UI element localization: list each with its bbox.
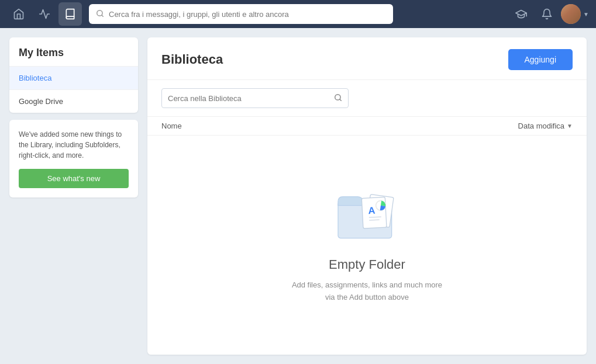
sort-chevron-icon: ▼ — [567, 123, 573, 129]
table-header: Nome Data modifica ▼ — [147, 117, 587, 136]
avatar-image — [561, 4, 581, 24]
library-search-icon[interactable] — [334, 93, 342, 103]
main-layout: My Items Biblioteca Google Drive We've a… — [0, 28, 596, 364]
library-button[interactable] — [58, 2, 82, 26]
content-area: Biblioteca Aggiungi Nome Data modifica ▼ — [147, 37, 587, 355]
sidebar: My Items Biblioteca Google Drive We've a… — [9, 37, 138, 355]
library-search-bar[interactable] — [161, 88, 349, 108]
svg-line-1 — [102, 15, 104, 16]
global-search-bar[interactable] — [89, 4, 393, 24]
sidebar-item-biblioteca[interactable]: Biblioteca — [9, 66, 138, 89]
topnav: ▼ — [0, 0, 596, 28]
page-title: Biblioteca — [161, 52, 223, 67]
home-button[interactable] — [7, 2, 30, 26]
empty-desc-line2: via the Add button above — [325, 293, 409, 301]
empty-folder-description: Add files, assignments, links and much m… — [292, 279, 442, 304]
promo-card: We've added some new things to the Libra… — [9, 120, 138, 197]
global-search-input[interactable] — [109, 10, 386, 19]
bell-button[interactable] — [535, 2, 559, 26]
col-date-header[interactable]: Data modifica ▼ — [518, 122, 573, 130]
avatar-chevron-icon[interactable]: ▼ — [583, 11, 589, 18]
sidebar-item-googledrive[interactable]: Google Drive — [9, 89, 138, 113]
col-date-label: Data modifica — [518, 122, 564, 130]
sidebar-title: My Items — [9, 37, 138, 66]
empty-folder-title: Empty Folder — [329, 257, 405, 272]
library-search-input[interactable] — [168, 94, 332, 103]
empty-state: A Empty Folder Add files, assignments, l… — [147, 136, 587, 355]
see-whats-new-button[interactable]: See what's new — [19, 169, 129, 188]
search-icon — [96, 9, 104, 19]
svg-text:A: A — [367, 204, 375, 216]
empty-desc-line1: Add files, assignments, links and much m… — [292, 280, 442, 289]
nav-right: ▼ — [509, 2, 589, 26]
promo-text: We've added some new things to the Libra… — [19, 129, 129, 161]
svg-line-3 — [340, 99, 342, 100]
hat-button[interactable] — [509, 2, 533, 26]
pulse-button[interactable] — [33, 2, 56, 26]
sidebar-nav-card: My Items Biblioteca Google Drive — [9, 37, 138, 113]
col-name-header: Nome — [161, 122, 182, 130]
add-button[interactable]: Aggiungi — [508, 49, 573, 70]
empty-folder-icon: A — [332, 187, 402, 245]
avatar[interactable] — [561, 4, 581, 24]
library-search-row — [147, 80, 587, 117]
content-header: Biblioteca Aggiungi — [147, 37, 587, 80]
